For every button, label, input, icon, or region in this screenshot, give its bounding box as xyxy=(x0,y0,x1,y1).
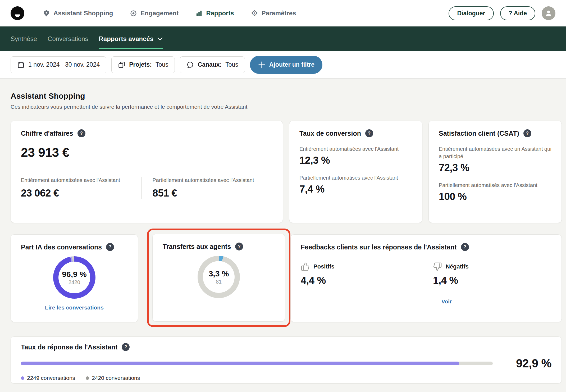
revenue-total-value: 23 913 € xyxy=(21,145,273,160)
negative-feedback-value: 1,4 % xyxy=(433,275,551,286)
tab-label: Synthèse xyxy=(11,35,37,43)
tab-synthese[interactable]: Synthèse xyxy=(11,26,37,51)
negative-feedback-label: Négatifs xyxy=(446,263,469,270)
nav-item-label: Engagement xyxy=(140,10,179,17)
help-icon[interactable]: ? xyxy=(122,343,130,351)
nav-item-parametres[interactable]: ⚙ Paramètres xyxy=(251,9,296,17)
active-tab-underline xyxy=(99,48,163,49)
response-rate-value: 92,9 % xyxy=(504,357,551,370)
part-ia-count: 2420 xyxy=(69,279,80,285)
card-taux-conversion: Taux de conversion ? Entièrement automat… xyxy=(289,121,422,223)
nav-item-assistant-shopping[interactable]: Assistant Shopping xyxy=(43,9,113,17)
dialoguer-button[interactable]: Dialoguer xyxy=(449,6,494,20)
help-icon[interactable]: ? xyxy=(365,129,373,137)
card-title: Taux de réponse de l'Assistant xyxy=(21,343,117,351)
lire-conversations-link[interactable]: Lire les conversations xyxy=(21,304,128,311)
part-ia-donut-chart: 96,9 % 2420 xyxy=(53,256,95,299)
csat-full-auto-label: Entièrement automatisées avec un Assista… xyxy=(439,145,551,160)
primary-nav: Assistant Shopping Engagement Rapports ⚙… xyxy=(43,9,296,17)
revenue-full-auto-label: Entièrement automatisées avec l'Assistan… xyxy=(21,177,141,183)
conversion-partial-auto-value: 7,4 % xyxy=(299,184,412,195)
tab-label: Rapports avancés xyxy=(99,35,154,43)
transferts-count: 81 xyxy=(216,279,222,285)
legend-item: 2249 conversations xyxy=(21,375,75,381)
csat-partial-auto-value: 100 % xyxy=(439,191,551,202)
thumbs-down-icon xyxy=(433,262,442,271)
card-title: Satisfaction client (CSAT) xyxy=(439,130,519,137)
tab-rapports-avances[interactable]: Rapports avancés xyxy=(99,26,163,51)
conversion-full-auto-value: 12,3 % xyxy=(299,155,412,166)
help-icon[interactable]: ? xyxy=(461,243,469,251)
thumbs-up-icon xyxy=(301,262,310,271)
kpi-row-3: Taux de réponse de l'Assistant ? 92,9 % … xyxy=(11,336,562,384)
positive-feedback-label: Positifs xyxy=(313,263,334,270)
help-icon[interactable]: ? xyxy=(77,129,85,137)
tab-conversations[interactable]: Conversations xyxy=(48,26,88,51)
gear-icon: ⚙ xyxy=(251,9,258,17)
bar-chart-icon xyxy=(195,10,203,17)
assistant-bot-icon xyxy=(43,10,50,17)
projects-filter[interactable]: Projets: Tous xyxy=(111,56,175,73)
main-content: Assistant Shopping Ces indicateurs vous … xyxy=(0,92,566,384)
card-satisfaction-csat: Satisfaction client (CSAT) ? Entièrement… xyxy=(428,121,562,223)
response-rate-progress-bar xyxy=(21,362,493,365)
voir-link[interactable]: Voir xyxy=(441,298,452,305)
progress-legend: 2249 conversations 2420 conversations xyxy=(21,375,551,381)
legend-dot-gray xyxy=(86,376,89,380)
projects-filter-value: Tous xyxy=(156,61,168,68)
channels-filter-value: Tous xyxy=(225,61,238,68)
nav-item-label: Rapports xyxy=(206,10,234,17)
card-transferts-agents: Transferts aux agents ? 3,3 % 81 xyxy=(152,234,285,322)
revenue-partial-auto-value: 851 € xyxy=(153,188,273,199)
date-range-value: 1 nov. 2024 - 30 nov. 2024 xyxy=(28,61,100,68)
revenue-full-auto-value: 23 062 € xyxy=(21,188,141,199)
page-subtitle: Ces indicateurs vous permettent de suivr… xyxy=(11,104,562,110)
legend-label: 2420 conversations xyxy=(92,375,140,381)
add-filter-button[interactable]: Ajouter un filtre xyxy=(250,56,322,74)
help-icon[interactable]: ? xyxy=(235,243,243,250)
date-range-filter[interactable]: 1 nov. 2024 - 30 nov. 2024 xyxy=(11,56,106,73)
filter-bar: 1 nov. 2024 - 30 nov. 2024 Projets: Tous… xyxy=(0,51,566,78)
kpi-row-2: Part IA des conversations ? 96,9 % 2420 … xyxy=(11,234,562,327)
revenue-partial-auto-label: Partiellement automatisées avec l'Assist… xyxy=(153,177,273,183)
nav-item-rapports[interactable]: Rapports xyxy=(195,9,234,17)
channels-filter-label: Canaux: xyxy=(198,61,222,68)
card-title: Taux de conversion xyxy=(299,130,361,137)
secondary-navigation: Synthèse Conversations Rapports avancés xyxy=(0,26,566,51)
person-icon xyxy=(545,9,553,17)
card-title: Part IA des conversations xyxy=(21,243,102,251)
help-icon[interactable]: ? xyxy=(106,243,114,251)
brand-logo[interactable] xyxy=(11,6,24,20)
help-icon[interactable]: ? xyxy=(523,129,531,137)
card-title: Chiffre d'affaires xyxy=(21,130,73,137)
kpi-row-1: Chiffre d'affaires ? 23 913 € Entièremen… xyxy=(11,121,562,223)
conversion-full-auto-label: Entièrement automatisées avec l'Assistan… xyxy=(299,145,412,153)
avatar[interactable] xyxy=(542,6,555,20)
projects-icon xyxy=(118,61,125,69)
chevron-down-icon xyxy=(157,37,163,41)
nav-item-engagement[interactable]: Engagement xyxy=(130,9,179,17)
card-chiffre-affaires: Chiffre d'affaires ? 23 913 € Entièremen… xyxy=(11,121,283,223)
nav-item-label: Assistant Shopping xyxy=(53,10,113,17)
card-part-ia: Part IA des conversations ? 96,9 % 2420 … xyxy=(11,234,138,322)
card-title: Transferts aux agents xyxy=(163,243,231,250)
top-actions: Dialoguer ? Aide xyxy=(449,6,555,20)
progress-fill xyxy=(21,362,459,365)
page-title: Assistant Shopping xyxy=(11,92,562,101)
card-taux-reponse: Taux de réponse de l'Assistant ? 92,9 % … xyxy=(11,336,562,384)
add-filter-label: Ajouter un filtre xyxy=(269,61,314,68)
conversion-partial-auto-label: Partiellement automatisés avec l'Assista… xyxy=(299,174,412,181)
part-ia-value: 96,9 % xyxy=(62,270,86,279)
legend-dot-purple xyxy=(21,376,24,380)
card-title: Feedbacks clients sur les réponses de l'… xyxy=(301,243,457,251)
tab-label: Conversations xyxy=(48,35,88,43)
smile-logo-icon xyxy=(11,6,24,20)
csat-full-auto-value: 72,3 % xyxy=(439,162,551,174)
calendar-icon xyxy=(17,61,25,69)
plus-icon xyxy=(258,61,266,69)
transferts-donut-chart: 3,3 % 81 xyxy=(198,256,240,298)
help-aide-button[interactable]: ? Aide xyxy=(500,6,535,20)
highlight-frame: Transferts aux agents ? 3,3 % 81 xyxy=(147,229,290,327)
chat-bubble-icon xyxy=(186,61,194,69)
channels-filter[interactable]: Canaux: Tous xyxy=(180,56,245,73)
